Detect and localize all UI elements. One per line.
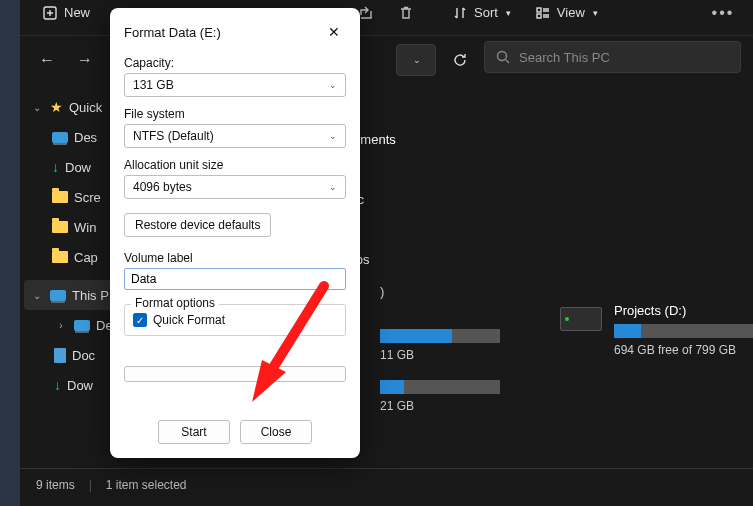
sidebar-item-label: Quick [69, 100, 102, 115]
desktop-icon [52, 132, 68, 143]
sidebar-item-label: Win [74, 220, 96, 235]
chevron-down-icon: ⌄ [329, 182, 337, 192]
document-icon [54, 348, 66, 363]
allocation-value: 4096 bytes [133, 180, 192, 194]
chevron-down-icon: ⌄ [329, 131, 337, 141]
drive-local[interactable]: 11 GB 21 GB [380, 329, 500, 413]
filesystem-value: NTFS (Default) [133, 129, 214, 143]
checkbox-icon: ✓ [133, 313, 147, 327]
section-count: ) [380, 284, 384, 299]
svg-rect-2 [537, 14, 541, 18]
start-button[interactable]: Start [158, 420, 230, 444]
sidebar-item-label: Dow [67, 378, 93, 393]
drive-subtitle: 11 GB [380, 348, 500, 362]
search-icon [495, 49, 511, 65]
folder-icon [52, 251, 68, 263]
view-button[interactable]: View ▾ [525, 0, 608, 27]
forward-button[interactable]: → [70, 45, 100, 75]
chevron-right-icon: › [54, 320, 68, 331]
new-button[interactable]: New [32, 0, 100, 27]
drive-usage-bar [380, 329, 500, 343]
separator: | [89, 478, 92, 492]
volume-label-caption: Volume label [124, 251, 346, 265]
sidebar-item-label: Des [74, 130, 97, 145]
star-icon: ★ [50, 99, 63, 115]
drive-icon [560, 307, 602, 331]
sidebar-item-label: This P [72, 288, 109, 303]
chevron-down-icon: ⌄ [30, 290, 44, 301]
view-icon [535, 5, 551, 21]
format-dialog: Format Data (E:) ✕ Capacity: 131 GB ⌄ Fi… [110, 8, 360, 458]
refresh-button[interactable] [444, 44, 476, 76]
new-button-label: New [64, 5, 90, 20]
drive-usage-bar [380, 380, 500, 394]
status-selection: 1 item selected [106, 478, 187, 492]
drive-subtitle: 694 GB free of 799 GB [614, 343, 753, 357]
format-progress-bar [124, 366, 346, 382]
allocation-select[interactable]: 4096 bytes ⌄ [124, 175, 346, 199]
sort-icon [452, 5, 468, 21]
view-label: View [557, 5, 585, 20]
volume-label-input[interactable] [124, 268, 346, 290]
status-bar: 9 items | 1 item selected [20, 468, 753, 500]
capacity-label: Capacity: [124, 56, 346, 70]
close-button[interactable]: Close [240, 420, 312, 444]
sort-label: Sort [474, 5, 498, 20]
drive-usage-bar [614, 324, 753, 338]
chevron-down-icon: ⌄ [329, 80, 337, 90]
new-icon [42, 5, 58, 21]
capacity-value: 131 GB [133, 78, 174, 92]
quick-format-checkbox[interactable]: ✓ Quick Format [133, 313, 337, 327]
drive-title: Projects (D:) [614, 303, 753, 318]
format-options-group: Format options ✓ Quick Format [124, 304, 346, 336]
sort-button[interactable]: Sort ▾ [442, 0, 521, 27]
filesystem-label: File system [124, 107, 346, 121]
status-item-count: 9 items [36, 478, 75, 492]
sidebar-item-label: Scre [74, 190, 101, 205]
svg-rect-1 [537, 8, 541, 12]
desktop-icon [74, 320, 90, 331]
filesystem-select[interactable]: NTFS (Default) ⌄ [124, 124, 346, 148]
search-input[interactable]: Search This PC [484, 41, 741, 73]
sidebar-item-label: Doc [72, 348, 95, 363]
close-icon[interactable]: ✕ [322, 20, 346, 44]
more-icon[interactable]: ••• [705, 0, 741, 31]
allocation-label: Allocation unit size [124, 158, 346, 172]
download-icon: ↓ [54, 377, 61, 393]
dialog-title: Format Data (E:) [124, 25, 221, 40]
quick-format-label: Quick Format [153, 313, 225, 327]
sidebar-item-label: Dow [65, 160, 91, 175]
folder-icon [52, 221, 68, 233]
sidebar-item-label: Cap [74, 250, 98, 265]
svg-point-3 [498, 52, 507, 61]
delete-icon[interactable] [388, 0, 424, 31]
search-placeholder: Search This PC [519, 50, 610, 65]
capacity-select[interactable]: 131 GB ⌄ [124, 73, 346, 97]
folder-icon [52, 191, 68, 203]
restore-defaults-button[interactable]: Restore device defaults [124, 213, 271, 237]
chevron-down-icon: ▾ [506, 8, 511, 18]
address-bar[interactable]: ⌄ [396, 44, 436, 76]
download-icon: ↓ [52, 159, 59, 175]
chevron-down-icon: ⌄ [413, 55, 421, 65]
back-button[interactable]: ← [32, 45, 62, 75]
drive-subtitle: 21 GB [380, 399, 500, 413]
pc-icon [50, 290, 66, 301]
chevron-down-icon: ▾ [593, 8, 598, 18]
drive-projects[interactable]: Projects (D:) 694 GB free of 799 GB [560, 303, 753, 357]
format-options-legend: Format options [131, 296, 219, 310]
chevron-down-icon: ⌄ [30, 102, 44, 113]
